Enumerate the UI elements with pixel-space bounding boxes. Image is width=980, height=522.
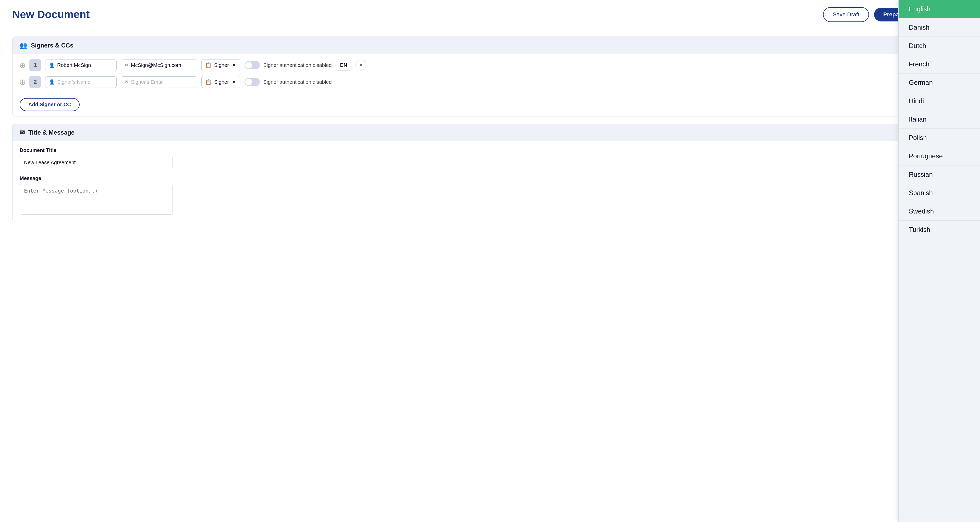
auth-toggle-1[interactable] (245, 61, 260, 69)
language-option-german[interactable]: German (899, 73, 980, 92)
message-label: Message (20, 176, 960, 181)
language-dropdown: EnglishDanishDutchFrenchGermanHindiItali… (898, 0, 980, 522)
signer-name-field-2[interactable]: 👤 (45, 77, 117, 88)
chevron-down-icon: ▼ (231, 79, 237, 85)
clipboard-icon: 📋 (205, 62, 212, 68)
language-button-1[interactable]: EN (336, 60, 352, 70)
chevron-down-icon: ▼ (231, 62, 237, 68)
save-draft-button[interactable]: Save Draft (823, 7, 869, 22)
drag-handle-icon[interactable]: ⨁ (20, 62, 25, 69)
auth-toggle-container-2: Signer authentication disabled (245, 78, 332, 86)
language-option-turkish[interactable]: Turkish (899, 221, 980, 239)
clipboard-icon: 📋 (205, 79, 212, 85)
language-option-swedish[interactable]: Swedish (899, 202, 980, 221)
language-option-dutch[interactable]: Dutch (899, 37, 980, 55)
signers-icon: 👥 (20, 42, 27, 49)
signer-name-input-1[interactable] (57, 62, 113, 68)
auth-label-2: Signer authentication disabled (263, 79, 332, 85)
language-option-hindi[interactable]: Hindi (899, 92, 980, 110)
envelope-icon: ✉ (20, 129, 25, 136)
add-signer-button[interactable]: Add Signer or CC (20, 98, 80, 111)
signer-name-field-1[interactable]: 👤 (45, 59, 117, 71)
main-content: 👥 Signers & CCs Signing Order ⨁ 1 👤 ✉ (0, 28, 980, 237)
page-title: New Document (12, 8, 89, 21)
remove-signer-button-1[interactable]: ✕ (355, 60, 366, 70)
signer-email-input-1[interactable] (131, 62, 193, 68)
email-icon: ✉ (124, 62, 128, 68)
role-label-1: Signer (214, 62, 229, 68)
language-option-spanish[interactable]: Spanish (899, 184, 980, 202)
auth-toggle-container-1: Signer authentication disabled (245, 61, 332, 69)
signer-role-select-1[interactable]: 📋 Signer ▼ (201, 59, 240, 71)
language-option-polish[interactable]: Polish (899, 129, 980, 147)
auth-toggle-2[interactable] (245, 78, 260, 86)
person-icon: 👤 (49, 62, 55, 68)
role-label-2: Signer (214, 79, 229, 85)
signer-number-2: 2 (29, 76, 41, 88)
auth-label-1: Signer authentication disabled (263, 62, 332, 68)
language-option-russian[interactable]: Russian (899, 166, 980, 184)
language-option-portuguese[interactable]: Portuguese (899, 147, 980, 166)
language-option-french[interactable]: French (899, 55, 980, 73)
signers-section-title: 👥 Signers & CCs (20, 42, 73, 49)
email-icon: ✉ (124, 79, 128, 85)
add-signer-section: Add Signer or CC S (13, 98, 967, 116)
page-header: New Document Save Draft Prepare Quick Se… (0, 0, 980, 28)
signer-email-field-2[interactable]: ✉ (121, 77, 197, 88)
drag-handle-icon[interactable]: ⨁ (20, 79, 25, 85)
signers-body: ⨁ 1 👤 ✉ 📋 Signer ▼ Signer authenti (13, 54, 967, 98)
language-option-english[interactable]: English (899, 0, 980, 18)
signer-name-input-2[interactable] (57, 79, 113, 85)
person-icon: 👤 (49, 79, 55, 85)
signer-number-1: 1 (29, 59, 41, 71)
document-title-label: Document Title (20, 147, 960, 153)
signers-section: 👥 Signers & CCs Signing Order ⨁ 1 👤 ✉ (12, 37, 968, 117)
title-message-section-title: ✉ Title & Message (20, 129, 75, 136)
title-message-section: ✉ Title & Message Document Title Message (12, 124, 968, 222)
signer-email-field-1[interactable]: ✉ (121, 59, 197, 71)
signer-email-input-2[interactable] (131, 79, 193, 85)
language-option-danish[interactable]: Danish (899, 18, 980, 37)
document-title-input[interactable] (20, 156, 173, 169)
signer-row: ⨁ 2 👤 ✉ 📋 Signer ▼ Signer authenti (20, 76, 960, 88)
signer-row: ⨁ 1 👤 ✉ 📋 Signer ▼ Signer authenti (20, 59, 960, 71)
signer-role-select-2[interactable]: 📋 Signer ▼ (201, 76, 240, 88)
language-option-italian[interactable]: Italian (899, 110, 980, 129)
message-textarea[interactable] (20, 184, 173, 214)
signers-section-header: 👥 Signers & CCs Signing Order (13, 37, 967, 54)
title-message-body: Document Title Message (13, 141, 967, 222)
message-field-group: Message (20, 176, 960, 214)
title-message-section-header: ✉ Title & Message (13, 124, 967, 141)
